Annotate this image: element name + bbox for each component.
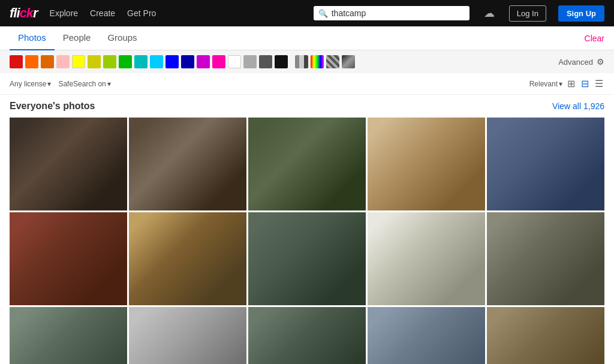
signup-button[interactable]: Sign Up [558,5,604,22]
view-grid-large-icon[interactable]: ⊞ [566,77,576,91]
photo-r1p2[interactable] [129,118,246,210]
advanced-button[interactable]: Advanced ⚙ [558,57,604,67]
photo-r1p1[interactable] [10,118,127,210]
view-all-link[interactable]: View all 1,926 [552,101,604,111]
photo-r1p3[interactable] [248,118,366,210]
login-button[interactable]: Log In [509,5,546,22]
sort-dropdown[interactable]: Relevant ▾ [529,80,562,88]
color-swatch-light-gray[interactable] [243,55,257,68]
options-bar: Any license ▾ SafeSearch on ▾ Relevant ▾… [0,73,614,95]
advanced-label: Advanced [558,58,593,67]
color-swatch-blue[interactable] [165,55,179,68]
color-swatch-dark-orange[interactable] [41,55,54,68]
nav-get-pro[interactable]: Get Pro [127,8,156,18]
photo-r2p5[interactable] [487,212,604,305]
clear-button[interactable]: Clear [585,34,604,43]
sort-label: Relevant [529,80,558,88]
tab-groups[interactable]: Groups [99,26,145,50]
color-swatch-multi2[interactable] [311,55,324,68]
color-swatch-white[interactable] [228,55,241,68]
photo-row-3 [10,307,604,364]
tabs-bar: Photos People Groups Clear [0,26,614,50]
license-chevron-icon: ▾ [47,80,51,88]
color-swatch-orange[interactable] [25,55,38,68]
color-swatch-dark-gray[interactable] [259,55,272,68]
sort-chevron-icon: ▾ [559,80,562,88]
color-filters-bar: Advanced ⚙ [0,50,614,73]
upload-button[interactable]: ☁ [481,7,497,20]
nav-create[interactable]: Create [90,8,115,18]
photo-row-2 [10,212,604,305]
photo-r3p3[interactable] [248,307,366,364]
color-swatch-teal[interactable] [134,55,148,68]
color-swatch-light-green[interactable] [103,55,116,68]
search-bar: 🔍 [314,6,469,20]
flickr-logo: flickr [10,5,38,21]
photo-r3p4[interactable] [368,307,485,364]
section-header: Everyone's photos View all 1,926 [0,95,614,118]
photo-row-1 [10,118,604,210]
header: flickr Explore Create Get Pro 🔍 ☁ Log In… [0,0,614,26]
color-swatch-pink[interactable] [212,55,225,68]
color-swatch-multi4[interactable] [342,55,355,68]
tab-photos[interactable]: Photos [10,26,55,50]
photo-r1p5[interactable] [487,118,604,210]
view-list-icon[interactable]: ☰ [594,77,604,91]
nav-explore[interactable]: Explore [50,8,78,18]
color-swatch-dark-yellow[interactable] [88,55,101,68]
color-swatch-red[interactable] [10,55,23,68]
view-options: Relevant ▾ ⊞ ⊟ ☰ [529,77,604,91]
license-dropdown[interactable]: Any license ▾ [10,80,51,88]
photo-r2p1[interactable] [10,212,127,305]
photo-r2p2[interactable] [129,212,246,305]
color-swatch-multi3[interactable] [326,55,339,68]
color-swatch-yellow[interactable] [72,55,85,68]
photo-r3p1[interactable] [10,307,127,364]
safesearch-chevron-icon: ▾ [107,80,111,88]
section-title: Everyone's photos [10,101,95,112]
safesearch-dropdown[interactable]: SafeSearch on ▾ [58,80,110,88]
photo-r1p4[interactable] [368,118,485,210]
license-label: Any license [10,80,46,88]
color-swatch-green[interactable] [119,55,132,68]
photo-r2p3[interactable] [248,212,366,305]
photo-r3p2[interactable] [129,307,246,364]
photo-r3p5[interactable] [487,307,604,364]
color-swatch-purple[interactable] [197,55,210,68]
view-grid-medium-icon[interactable]: ⊟ [580,77,590,91]
photo-grid [0,118,614,364]
tab-people[interactable]: People [55,26,100,50]
color-swatch-pink-light[interactable] [56,55,70,68]
search-icon: 🔍 [318,9,328,18]
color-swatch-multi1[interactable] [295,55,308,68]
safesearch-label: SafeSearch on [58,80,106,88]
advanced-icon: ⚙ [597,57,604,67]
color-swatch-black[interactable] [275,55,288,68]
search-input[interactable] [332,8,465,18]
color-swatch-dark-blue[interactable] [181,55,194,68]
photo-r2p4[interactable] [368,212,485,305]
color-swatch-cyan[interactable] [150,55,163,68]
